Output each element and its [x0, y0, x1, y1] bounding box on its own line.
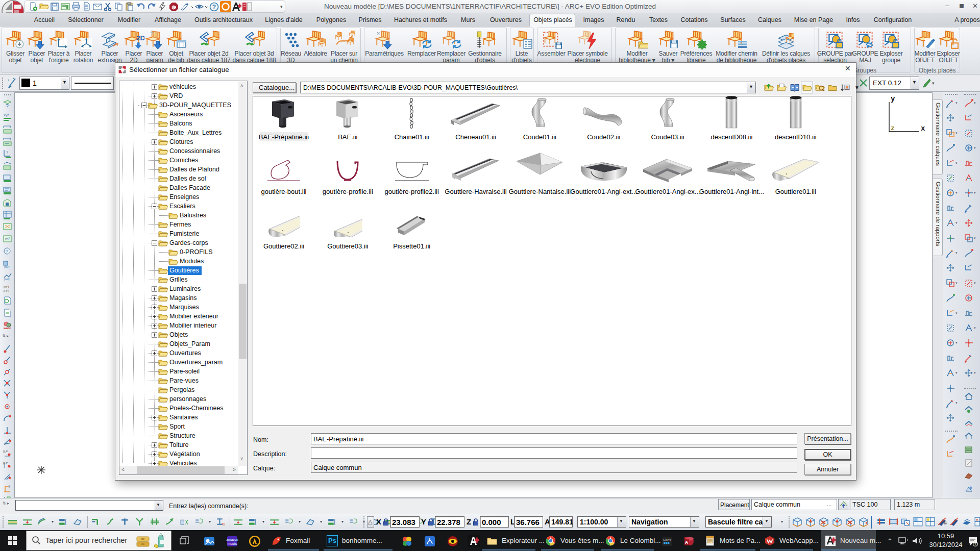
svg-text:[Fr²]: [Fr²]: [4, 289, 9, 292]
svg-text:music: music: [228, 542, 237, 545]
svg-text:amazon: amazon: [226, 538, 238, 541]
svg-text:?: ?: [6, 104, 9, 109]
svg-text:y: y: [891, 95, 895, 103]
svg-text:x: x: [921, 124, 925, 133]
svg-text:y↗: y↗: [3, 461, 8, 465]
svg-text:T0: T0: [222, 522, 225, 526]
svg-text:www: www: [3, 327, 11, 330]
svg-text:xyz: xyz: [4, 113, 9, 117]
svg-text:[m²]: [m²]: [4, 278, 10, 281]
svg-text:?: ?: [212, 4, 216, 11]
svg-text:z: z: [891, 124, 895, 132]
svg-text:m²: m²: [5, 237, 10, 241]
svg-text:?: ?: [6, 249, 8, 254]
svg-text:?: ?: [6, 151, 8, 154]
svg-text:GoPro: GoPro: [663, 538, 671, 541]
svg-text:[m²]: [m²]: [4, 285, 9, 288]
svg-text:2D: 2D: [136, 34, 144, 42]
svg-text:1: 1: [974, 542, 977, 546]
svg-text:[m²]: [m²]: [4, 265, 10, 268]
svg-text:x↗: x↗: [3, 449, 8, 453]
svg-text:A: A: [685, 540, 689, 545]
